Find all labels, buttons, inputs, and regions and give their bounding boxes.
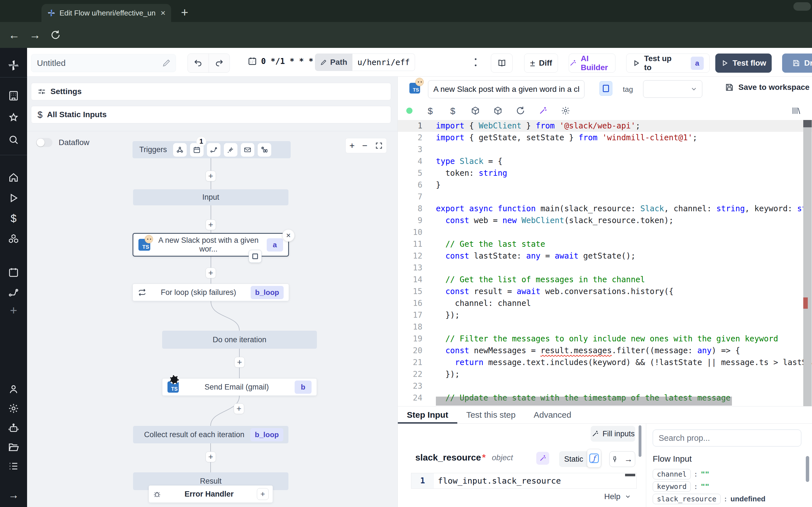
user-icon[interactable] [8,384,19,395]
ai-fill-arg-button[interactable] [536,452,549,465]
code-line[interactable]: 12 const lastState: any = await getState… [398,250,812,262]
code-line[interactable]: 2import { getState, setState } from 'win… [398,132,812,144]
code-line[interactable]: 14 // Get the list of messages in the ch… [398,274,812,286]
code-line[interactable]: 4type Slack = { [398,156,812,167]
prop-row[interactable]: keyword:"" [653,481,805,492]
code-line[interactable]: 10 [398,226,812,238]
schedule-cron[interactable]: 0 */1 * * * * [248,56,323,66]
path-chip[interactable]: Path u/henri/eff [315,54,415,71]
docs-book-button[interactable] [491,54,513,73]
zoom-out-icon[interactable]: − [362,140,367,151]
code-line[interactable]: 7 [398,191,812,203]
folders-icon[interactable] [8,442,19,453]
test-up-to-button[interactable]: Test up to a [626,54,710,73]
search-prop-input[interactable] [653,430,801,446]
insert-step-button[interactable]: + [234,357,245,368]
fullscreen-icon[interactable] [375,142,383,150]
editor-settings-gear-icon[interactable] [561,106,570,115]
arg-expression-editor[interactable]: 1 flow_input.slack_resource [411,473,637,489]
email-trigger-icon[interactable] [241,143,254,157]
code-line[interactable]: 18 [398,321,812,333]
code-line[interactable]: 9 const web = new WebClient(slack_resour… [398,215,812,226]
search-icon[interactable] [8,134,19,145]
draft-button[interactable]: Draft [782,54,812,73]
concurrency-checkbox[interactable] [599,81,612,96]
insert-step-button[interactable]: + [234,403,244,414]
library-icon[interactable] [792,106,801,115]
step-summary-input[interactable] [428,80,585,98]
insert-step-button[interactable]: + [206,452,216,462]
dataflow-toggle[interactable] [36,138,52,147]
tab-test-this-step[interactable]: Test this step [457,406,525,424]
redo-button[interactable] [209,54,230,72]
prop-row[interactable]: slack_resource:undefined [653,493,805,505]
fill-inputs-button[interactable]: Fill inputs [591,426,635,442]
collapse-arrow-icon[interactable]: → [8,489,19,500]
new-tab-button[interactable]: + [181,6,188,18]
routes-icon[interactable] [8,287,19,298]
slack-step-node[interactable]: TS A new Slack post with a given wor... … [133,233,289,257]
code-line[interactable]: 8export async function main(slack_resour… [398,203,812,215]
tag-select[interactable] [643,80,702,98]
code-line[interactable]: 21 return message.text.includes(keyword)… [398,356,812,369]
poll-watch-trigger-icon[interactable] [258,143,271,157]
workers-robot-icon[interactable] [8,422,19,434]
insert-step-button[interactable]: + [206,268,216,278]
runs-play-icon[interactable] [8,192,19,204]
error-handler-node[interactable]: Error Handler + [149,485,273,503]
package-icon[interactable] [470,106,480,115]
windmill-logo-icon[interactable] [7,59,20,71]
panel-scrollbar[interactable] [639,425,642,457]
variables-dollar-icon[interactable]: $ [425,106,435,115]
webhook-trigger-icon[interactable] [173,143,187,157]
horizontal-scrollbar[interactable] [436,397,732,406]
favorites-star-icon[interactable] [8,112,19,123]
code-line[interactable]: 20 const newMessages = result.messages.f… [398,345,812,356]
tab-advanced[interactable]: Advanced [525,406,580,424]
reload-icon[interactable] [50,30,61,40]
add-plus-icon[interactable]: + [8,305,19,316]
code-line[interactable]: 15 const result = await web.conversation… [398,286,812,297]
code-line[interactable]: 23 [398,380,812,392]
code-line[interactable]: 13 [398,262,812,274]
collect-result-node[interactable]: Collect result of each iteration b_loop [133,426,289,443]
tab-step-input[interactable]: Step Input [398,406,457,424]
code-line[interactable]: 3 [398,144,812,156]
vertical-scrollbar-track[interactable] [803,120,812,406]
insert-step-button[interactable]: + [206,219,216,230]
add-error-handler-button[interactable]: + [257,488,269,500]
save-to-workspace-button[interactable]: Save to workspace [725,83,809,92]
undo-button[interactable] [188,54,209,72]
do-one-iteration-node[interactable]: Do one iteration [162,331,317,349]
settings-gear-icon[interactable] [8,403,19,414]
home-icon[interactable] [8,172,19,183]
variables-dollar-icon[interactable]: $ [8,213,19,224]
schedule-trigger-icon[interactable]: 1 [190,143,204,157]
forloop-node[interactable]: For loop (skip failures) b_loop [133,284,289,301]
logs-list-icon[interactable] [8,460,19,472]
route-trigger-icon[interactable] [207,143,220,157]
zoom-in-icon[interactable]: + [349,140,355,151]
flow-graph[interactable]: Dataflow + − Triggers 1 [27,131,398,507]
code-line[interactable]: 19 // Filter the messages to only includ… [398,333,812,345]
code-line[interactable]: 5 token: string [398,167,812,179]
code-line[interactable]: 1import { WebClient } from '@slack/web-a… [398,120,812,132]
settings-row[interactable]: Settings [31,83,391,100]
window-control-pill[interactable] [794,2,811,11]
websocket-plug-trigger-icon[interactable] [224,143,238,157]
insert-step-button[interactable]: + [206,171,216,181]
send-email-node[interactable]: TS Send Email (gmail) b [162,378,317,396]
help-link[interactable]: Help [604,492,631,501]
resources-cubes-icon[interactable] [8,233,19,244]
diff-button[interactable]: ± Diff [524,54,558,73]
browser-tab[interactable]: Edit Flow u/henri/effective_un × [42,4,171,22]
input-node[interactable]: Input [133,189,289,205]
reload-icon[interactable] [516,106,525,115]
code-line[interactable]: 17 }); [398,309,812,321]
connect-input-group[interactable]: → [609,451,635,467]
code-line[interactable]: 11 // Get the last state [398,238,812,250]
prop-row[interactable]: channel:"" [653,468,805,480]
triggers-node[interactable]: Triggers 1 [133,141,291,158]
tab-close-icon[interactable]: × [160,8,165,18]
javascript-expr-toggle[interactable]: ƒ [587,449,601,467]
